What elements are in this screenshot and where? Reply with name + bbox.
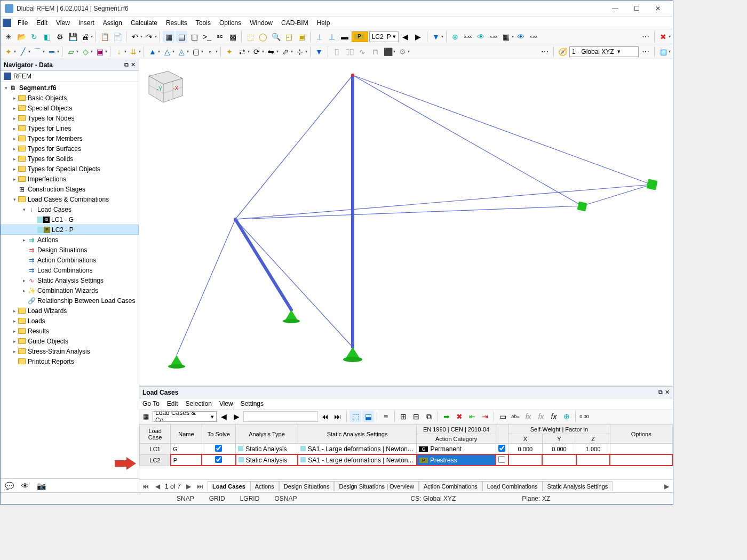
- delete-row-icon[interactable]: ⊟: [410, 411, 422, 422]
- menu-window[interactable]: Window: [245, 18, 277, 28]
- sup1-icon[interactable]: ▲: [147, 46, 158, 58]
- tab-load-combinations[interactable]: Load Combinations: [482, 481, 543, 491]
- funnel-icon[interactable]: ▼: [313, 46, 325, 58]
- cs-selector[interactable]: 1 - Global XYZ ▾: [569, 46, 639, 57]
- table-row-highlighted[interactable]: LC2 P Static Analysis SA1 - Large deform…: [140, 454, 673, 466]
- menu-insert[interactable]: Insert: [74, 18, 99, 28]
- table-row[interactable]: LC1 G Static Analysis SA1 - Large deform…: [140, 444, 673, 455]
- overflow2-icon[interactable]: ⋯: [539, 46, 551, 58]
- tree-lcc[interactable]: ▾Load Cases & Combinations: [1, 194, 139, 204]
- status-grid[interactable]: GRID: [206, 495, 228, 502]
- cancel-calc-icon[interactable]: ✖: [657, 31, 669, 43]
- status-osnap[interactable]: OSNAP: [271, 495, 300, 502]
- dropdown-icon[interactable]: ▾: [155, 34, 157, 39]
- div-icon[interactable]: ⊹: [294, 46, 306, 58]
- tree-item[interactable]: ▸Load Wizards: [1, 306, 139, 316]
- xxx1-icon[interactable]: x.xx: [462, 31, 474, 43]
- menu-view[interactable]: View: [52, 18, 74, 28]
- next-page-icon[interactable]: ▶: [184, 483, 193, 490]
- tab-load-cases[interactable]: Load Cases: [208, 481, 250, 491]
- reject-icon[interactable]: ✖: [454, 411, 465, 422]
- tree-lc1[interactable]: G LC1 - G: [1, 214, 139, 225]
- lc-menu-view[interactable]: View: [219, 400, 233, 407]
- mirror-icon[interactable]: ⇋: [265, 46, 277, 58]
- copy-icon[interactable]: 📋: [99, 31, 110, 43]
- last-page-icon[interactable]: ⏭: [196, 483, 204, 490]
- tab-design-situations[interactable]: Design Situations: [279, 481, 335, 491]
- prev-page-icon[interactable]: ◀: [153, 483, 162, 490]
- tree-item[interactable]: ▸✨Combination Wizards: [1, 285, 139, 295]
- tree-item[interactable]: ▸Types for Lines: [1, 123, 139, 133]
- apply-icon[interactable]: ➡: [441, 411, 452, 422]
- menu-file[interactable]: File: [13, 18, 32, 28]
- sup2-icon[interactable]: △: [161, 46, 173, 58]
- script-icon[interactable]: >_: [201, 31, 213, 43]
- th-action-category[interactable]: Action Category: [417, 434, 496, 444]
- status-lgrid[interactable]: LGRID: [237, 495, 263, 502]
- xxx3-icon[interactable]: x.xx: [528, 31, 539, 43]
- tree-item[interactable]: ⇉Action Combinations: [1, 255, 139, 265]
- view-cube[interactable]: -Y -X: [139, 59, 187, 107]
- open-icon[interactable]: 📂: [15, 31, 27, 43]
- tree-item[interactable]: ▸Types for Surfaces: [1, 143, 139, 154]
- tree-item[interactable]: ▸Stress-Strain Analysis: [1, 346, 139, 356]
- undo-icon[interactable]: ↶: [129, 31, 141, 43]
- th-analysis-type[interactable]: Analysis Type: [236, 425, 298, 444]
- tab-static-analysis-settings[interactable]: Static Analysis Settings: [543, 481, 613, 491]
- filter-input[interactable]: [243, 411, 318, 422]
- lc-menu-goto[interactable]: Go To: [142, 400, 160, 407]
- next-lc-icon[interactable]: ▶: [412, 31, 424, 43]
- go-prev-icon[interactable]: ⏮: [319, 411, 331, 422]
- table1-icon[interactable]: ▦: [163, 31, 174, 43]
- th-name[interactable]: Name: [171, 425, 202, 444]
- next-icon[interactable]: ▶: [231, 411, 242, 422]
- fx2-icon[interactable]: fx: [535, 411, 547, 422]
- dropdown-icon[interactable]: ▾: [91, 34, 93, 39]
- dim-icon[interactable]: ⟂: [313, 31, 325, 43]
- globe2-icon[interactable]: ⊕: [561, 411, 573, 422]
- tree-item[interactable]: ▸Guide Objects: [1, 336, 139, 346]
- refresh-icon[interactable]: ↻: [28, 31, 40, 43]
- panel-close-icon[interactable]: ✕: [665, 389, 670, 396]
- filter-icon[interactable]: ▼: [430, 31, 442, 43]
- menu-edit[interactable]: Edit: [32, 18, 52, 28]
- star-icon[interactable]: ✦: [224, 46, 235, 58]
- sec4-icon[interactable]: ⊓: [369, 46, 381, 58]
- sec1-icon[interactable]: ⌷: [331, 46, 343, 58]
- menu-help[interactable]: Help: [313, 18, 335, 28]
- app-menu-icon[interactable]: [3, 19, 11, 27]
- copy-row-icon[interactable]: ⧉: [423, 411, 435, 422]
- maximize-button[interactable]: ☐: [626, 1, 647, 16]
- th-sas[interactable]: Static Analysis Settings: [298, 425, 417, 444]
- go-next-icon[interactable]: ⏭: [332, 411, 344, 422]
- nav-close-icon[interactable]: ✕: [131, 61, 136, 68]
- sec3-icon[interactable]: ∿: [356, 46, 368, 58]
- dropdown-icon[interactable]: ▾: [512, 34, 514, 39]
- lc-code[interactable]: LC2 P ▾: [369, 31, 399, 42]
- fx3-icon[interactable]: fx: [548, 411, 560, 422]
- solve-checkbox[interactable]: [215, 445, 222, 452]
- new-icon[interactable]: ✳: [3, 31, 14, 43]
- chat-icon[interactable]: 💬: [4, 481, 14, 491]
- tree-lc2-selected[interactable]: P LC2 - P: [1, 225, 139, 235]
- menu-cadbim[interactable]: CAD-BIM: [277, 18, 313, 28]
- globe-icon[interactable]: ⊕: [449, 31, 461, 43]
- menu-options[interactable]: Options: [215, 18, 245, 28]
- th-action-group[interactable]: EN 1990 | CEN | 2010-04: [417, 425, 496, 434]
- table3-icon[interactable]: ▥: [188, 31, 200, 43]
- nav-root[interactable]: RFEM: [1, 71, 139, 82]
- camera-icon[interactable]: 📷: [36, 481, 46, 491]
- prev-lc-icon[interactable]: ◀: [400, 31, 411, 43]
- tab-actions[interactable]: Actions: [250, 481, 279, 491]
- first-page-icon[interactable]: ⏮: [141, 483, 150, 490]
- menu-calculate[interactable]: Calculate: [126, 18, 162, 28]
- th-y[interactable]: Y: [542, 434, 576, 444]
- sec2-icon[interactable]: ⌷⌷: [344, 46, 355, 58]
- tree-item[interactable]: ▸Imperfections: [1, 174, 139, 184]
- th-load-case[interactable]: Load Case: [140, 425, 171, 444]
- status-snap[interactable]: SNAP: [173, 495, 197, 502]
- tree-construction-stages[interactable]: ⊞Construction Stages: [1, 184, 139, 194]
- prev-icon[interactable]: ◀: [218, 411, 229, 422]
- view1-icon[interactable]: ▭: [497, 411, 508, 422]
- sup3-icon[interactable]: ◬: [176, 46, 187, 58]
